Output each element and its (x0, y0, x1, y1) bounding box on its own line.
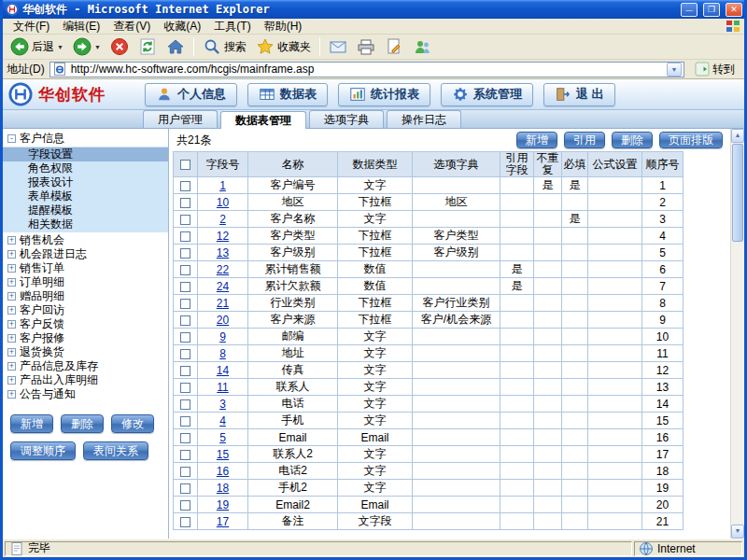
row-checkbox[interactable] (180, 450, 190, 460)
field-no-link[interactable]: 24 (217, 280, 229, 293)
sidebar-subitem[interactable]: 提醒模板 (3, 203, 168, 217)
report-button[interactable]: 统计报表 (338, 83, 430, 106)
expand-icon[interactable]: + (7, 236, 16, 245)
row-checkbox[interactable] (180, 231, 190, 242)
sidebar-item[interactable]: +客户报修 (3, 331, 168, 345)
scroll-thumb[interactable] (732, 144, 743, 242)
tab-user-management[interactable]: 用户管理 (143, 110, 218, 128)
home-button[interactable] (162, 36, 189, 57)
tab-datatable-management[interactable]: 数据表管理 (220, 111, 306, 129)
sidebar-item[interactable]: +公告与通知 (3, 387, 168, 401)
expand-icon[interactable]: + (7, 250, 16, 259)
sidebar-table-relations-button[interactable]: 表间关系 (83, 441, 148, 460)
close-button[interactable] (726, 3, 742, 17)
add-button[interactable]: 新增 (516, 132, 557, 148)
menu-item[interactable]: 文件(F) (7, 18, 56, 35)
delete-button[interactable]: 删除 (612, 132, 653, 148)
sidebar-modify-button[interactable]: 修改 (111, 414, 154, 433)
field-no-link[interactable]: 1 (219, 179, 226, 192)
personal-info-button[interactable]: 个人信息 (145, 83, 237, 106)
expand-icon[interactable]: + (7, 278, 16, 287)
field-no-link[interactable]: 18 (217, 482, 229, 495)
address-dropdown-icon[interactable]: ▼ (667, 63, 682, 77)
field-no-link[interactable]: 9 (219, 330, 226, 343)
sidebar-item[interactable]: +机会跟进日志 (3, 247, 168, 261)
row-checkbox[interactable] (180, 215, 190, 225)
expand-icon[interactable]: + (7, 362, 16, 371)
field-no-link[interactable]: 4 (219, 414, 226, 427)
field-no-link[interactable]: 10 (217, 196, 229, 209)
field-no-link[interactable]: 21 (217, 297, 229, 310)
address-input[interactable]: http://www.hc-software.com/hcgis/mainfra… (49, 62, 684, 77)
row-checkbox[interactable] (180, 315, 190, 326)
menu-item[interactable]: 工具(T) (207, 18, 257, 35)
sidebar-adjust-order-button[interactable]: 调整顺序 (10, 441, 76, 460)
sidebar-delete-button[interactable]: 删除 (61, 414, 104, 433)
row-checkbox[interactable] (180, 248, 190, 259)
minimize-button[interactable] (681, 3, 698, 17)
sidebar-item[interactable]: -客户信息 (3, 132, 168, 146)
field-no-link[interactable]: 8 (219, 347, 226, 360)
scroll-up-button[interactable]: ▲ (731, 129, 744, 143)
mail-button[interactable] (325, 36, 351, 57)
tab-operation-log[interactable]: 操作日志 (387, 110, 461, 128)
row-checkbox[interactable] (180, 332, 190, 343)
logout-button[interactable]: 退 出 (543, 83, 615, 106)
maximize-button[interactable] (703, 3, 720, 17)
sidebar-item[interactable]: +客户回访 (3, 303, 168, 317)
forward-dropdown-icon[interactable]: ▼ (94, 44, 101, 50)
menu-item[interactable]: 查看(V) (106, 18, 157, 35)
row-checkbox[interactable] (180, 366, 190, 376)
expand-icon[interactable]: + (7, 390, 16, 399)
sidebar-add-button[interactable]: 新增 (10, 414, 53, 433)
row-checkbox[interactable] (180, 282, 190, 292)
field-no-link[interactable]: 16 (217, 465, 229, 478)
data-table-button[interactable]: 数据表 (247, 83, 328, 106)
collapse-icon[interactable]: - (7, 134, 16, 143)
row-checkbox[interactable] (180, 265, 190, 275)
field-no-link[interactable]: 20 (217, 314, 229, 327)
expand-icon[interactable]: + (7, 320, 16, 329)
field-no-link[interactable]: 19 (217, 498, 229, 511)
row-checkbox[interactable] (180, 467, 190, 477)
scroll-track[interactable] (731, 243, 744, 525)
expand-icon[interactable]: + (7, 292, 16, 301)
stop-button[interactable] (106, 36, 133, 57)
row-checkbox[interactable] (180, 349, 190, 359)
field-no-link[interactable]: 13 (217, 246, 229, 259)
page-layout-button[interactable]: 页面排版 (659, 132, 723, 148)
sidebar-subitem[interactable]: 表单模板 (3, 189, 168, 203)
sidebar-item[interactable]: +订单明细 (3, 275, 168, 289)
sidebar-subitem[interactable]: 角色权限 (3, 161, 168, 175)
expand-icon[interactable]: + (7, 306, 16, 315)
sidebar-item[interactable]: +产品信息及库存 (3, 359, 168, 373)
back-dropdown-icon[interactable]: ▼ (57, 44, 63, 50)
field-no-link[interactable]: 12 (217, 230, 229, 243)
menu-item[interactable]: 收藏(A) (157, 18, 207, 35)
row-checkbox[interactable] (180, 433, 190, 443)
row-checkbox[interactable] (180, 299, 190, 309)
field-no-link[interactable]: 3 (219, 398, 226, 411)
sidebar-subitem[interactable]: 报表设计 (3, 175, 168, 189)
row-checkbox[interactable] (180, 517, 190, 527)
expand-icon[interactable]: + (7, 334, 16, 343)
print-button[interactable] (353, 36, 379, 57)
sidebar-item[interactable]: +销售订单 (3, 261, 168, 275)
sidebar-item[interactable]: +赠品明细 (3, 289, 168, 303)
row-checkbox[interactable] (180, 483, 190, 494)
menu-item[interactable]: 帮助(H) (258, 18, 309, 35)
vertical-scrollbar[interactable]: ▲ ▼ (730, 129, 744, 539)
row-checkbox[interactable] (180, 416, 190, 427)
sidebar-item[interactable]: +产品出入库明细 (3, 373, 168, 387)
expand-icon[interactable]: + (7, 264, 16, 273)
messenger-button[interactable] (409, 36, 435, 57)
search-button[interactable]: 搜索 (199, 36, 250, 57)
row-checkbox[interactable] (180, 181, 190, 191)
sidebar-subitem[interactable]: 字段设置 (3, 147, 168, 161)
field-no-link[interactable]: 17 (217, 515, 229, 528)
system-admin-button[interactable]: 系统管理 (441, 83, 533, 106)
go-button[interactable]: 转到 (689, 61, 740, 77)
row-checkbox[interactable] (180, 500, 190, 511)
row-checkbox[interactable] (180, 399, 190, 410)
field-no-link[interactable]: 14 (217, 364, 229, 377)
